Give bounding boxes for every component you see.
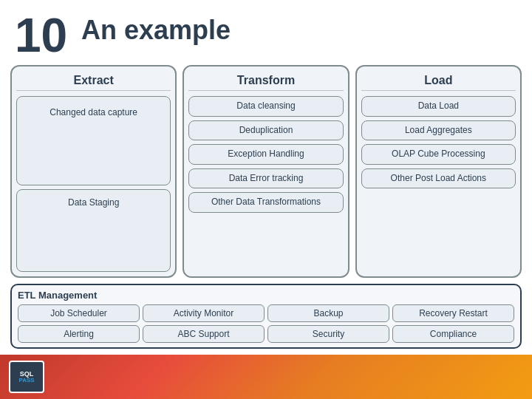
main-content: Extract Changed data capture Data Stagin… (10, 65, 522, 349)
extract-inner: Changed data capture Data Staging (16, 96, 171, 272)
etl-item-recovery-restart: Recovery Restart (392, 304, 514, 322)
data-error-tracking-box: Data Error tracking (188, 168, 343, 189)
load-column: Load Data Load Load Aggregates OLAP Cube… (355, 65, 522, 278)
logo-pass-text: PASS (18, 378, 34, 383)
slide: 10 An example Extract Changed data captu… (0, 0, 532, 399)
transform-column: Transform Data cleansing Deduplication E… (183, 65, 349, 278)
load-aggregates-box: Load Aggregates (361, 120, 516, 141)
data-load-box: Data Load (361, 96, 516, 117)
etl-management-title: ETL Management (18, 290, 514, 301)
etl-item-activity-monitor: Activity Monitor (143, 304, 265, 322)
etl-management: ETL Management Job Scheduler Activity Mo… (10, 284, 522, 349)
logo-area: SQL PASS (9, 361, 44, 393)
etl-item-job-scheduler: Job Scheduler (18, 304, 140, 322)
etl-columns: Extract Changed data capture Data Stagin… (10, 65, 522, 278)
slide-number: 10 (15, 12, 67, 59)
etl-item-security: Security (267, 325, 389, 343)
etl-item-backup: Backup (267, 304, 389, 322)
etl-item-alerting: Alerting (18, 325, 140, 343)
etl-management-grid: Job Scheduler Activity Monitor Backup Re… (18, 304, 514, 343)
other-transformations-box: Other Data Transformations (188, 192, 343, 213)
slide-title: An example (81, 15, 231, 46)
load-inner: Data Load Load Aggregates OLAP Cube Proc… (361, 96, 516, 272)
extract-column: Extract Changed data capture Data Stagin… (10, 65, 177, 278)
etl-item-compliance: Compliance (392, 325, 514, 343)
transform-inner: Data cleansing Deduplication Exception H… (188, 96, 343, 272)
data-cleansing-box: Data cleansing (188, 96, 343, 117)
data-staging-box: Data Staging (16, 189, 171, 273)
changed-data-box: Changed data capture (16, 96, 171, 185)
olap-cube-box: OLAP Cube Processing (361, 144, 516, 165)
etl-item-abc-support: ABC Support (143, 325, 265, 343)
transform-header: Transform (188, 71, 343, 91)
load-header: Load (361, 71, 516, 91)
exception-handling-box: Exception Handling (188, 144, 343, 165)
other-post-load-box: Other Post Load Actions (361, 168, 516, 189)
extract-header: Extract (16, 71, 171, 91)
logo-box: SQL PASS (9, 361, 44, 393)
bottom-bar (0, 355, 532, 399)
deduplication-box: Deduplication (188, 120, 343, 141)
